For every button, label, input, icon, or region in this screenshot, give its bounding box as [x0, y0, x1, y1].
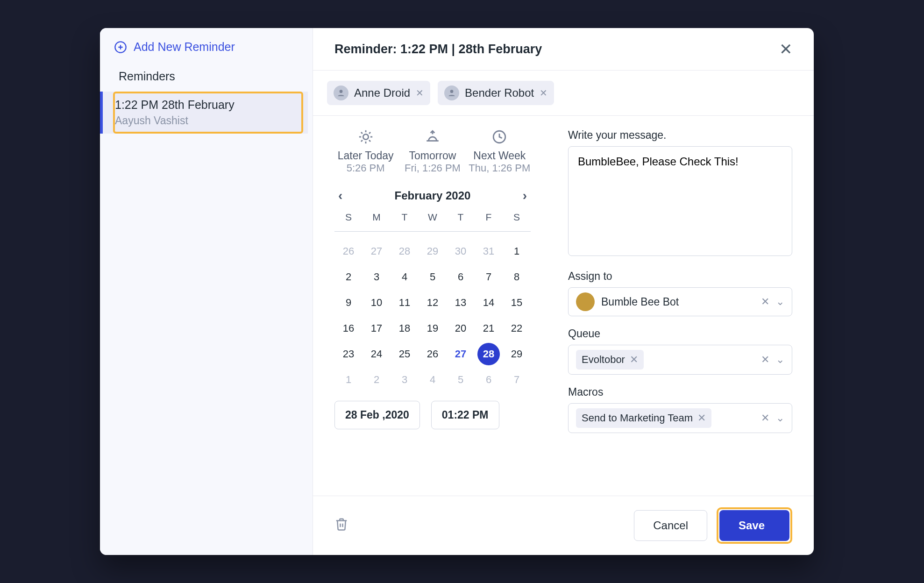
quick-sub: 5:26 PM [334, 162, 397, 174]
quick-label: Next Week [469, 149, 531, 162]
calendar-day[interactable]: 22 [503, 315, 531, 341]
delete-button[interactable] [334, 517, 348, 534]
assign-select[interactable]: Bumble Bee Bot ✕ ⌄ [568, 287, 792, 316]
calendar-week: 1234567 [334, 367, 531, 392]
calendar-day[interactable]: 26 [334, 238, 362, 264]
sidebar: Add New Reminder Reminders 1:22 PM 28th … [100, 28, 313, 555]
calendar-day[interactable]: 2 [334, 264, 362, 290]
dow-cell: F [475, 212, 503, 223]
calendar-day[interactable]: 6 [475, 367, 503, 392]
calendar-day[interactable]: 1 [503, 238, 531, 264]
calendar-grid: 2627282930311234567891011121314151617181… [334, 238, 531, 392]
reminder-item-title: 1:22 PM 28th February [115, 98, 299, 112]
calendar-month-label: February 2020 [395, 189, 471, 202]
footer-actions: Cancel Save [634, 507, 792, 544]
avatar-icon [334, 85, 348, 100]
chevron-down-icon[interactable]: ⌄ [776, 354, 784, 366]
add-reminder-button[interactable]: Add New Reminder [100, 28, 313, 70]
calendar-day[interactable]: 1 [334, 367, 362, 392]
calendar-day[interactable]: 30 [447, 238, 475, 264]
participant-chip[interactable]: Anne Droid ✕ [327, 81, 430, 105]
time-input[interactable]: 01:22 PM [431, 401, 499, 429]
calendar-day[interactable]: 2 [362, 367, 391, 392]
dow-cell: T [447, 212, 475, 223]
clear-icon[interactable]: ✕ [761, 354, 769, 366]
macros-tag[interactable]: Send to Marketing Team ✕ [576, 408, 711, 428]
calendar-day[interactable]: 15 [503, 290, 531, 315]
calendar-day[interactable]: 18 [391, 315, 419, 341]
calendar-day[interactable]: 27 [362, 238, 391, 264]
dow-cell: M [362, 212, 391, 223]
quick-next-week[interactable]: Next Week Thu, 1:26 PM [469, 129, 531, 174]
tag-remove-icon[interactable]: ✕ [697, 412, 706, 424]
calendar-day[interactable]: 19 [419, 315, 447, 341]
calendar-day[interactable]: 12 [419, 290, 447, 315]
calendar-day[interactable]: 3 [362, 264, 391, 290]
calendar-day[interactable]: 21 [475, 315, 503, 341]
tag-remove-icon[interactable]: ✕ [630, 354, 638, 366]
calendar-day[interactable]: 13 [447, 290, 475, 315]
svg-point-3 [340, 90, 343, 93]
calendar-day[interactable]: 20 [447, 315, 475, 341]
calendar-day[interactable]: 26 [419, 341, 447, 367]
macros-select[interactable]: Send to Marketing Team ✕ ✕ ⌄ [568, 403, 792, 433]
calendar-day[interactable]: 5 [419, 264, 447, 290]
chevron-down-icon[interactable]: ⌄ [776, 412, 784, 424]
calendar-day[interactable]: 11 [391, 290, 419, 315]
save-highlight: Save [717, 507, 792, 544]
date-input[interactable]: 28 Feb ,2020 [334, 401, 420, 429]
calendar-week: 23242526272829 [334, 341, 531, 367]
calendar-next-button[interactable]: › [523, 188, 527, 203]
close-button[interactable]: ✕ [779, 41, 792, 57]
quick-tomorrow[interactable]: Tomorrow Fri, 1:26 PM [401, 129, 463, 174]
message-label: Write your message. [568, 129, 792, 142]
calendar-day[interactable]: 23 [334, 341, 362, 367]
calendar-day[interactable]: 16 [334, 315, 362, 341]
schedule-column: Later Today 5:26 PM Tomorrow Fri, 1:26 P… [334, 129, 531, 491]
calendar-day[interactable]: 17 [362, 315, 391, 341]
cancel-button[interactable]: Cancel [634, 510, 707, 541]
reminder-list-item[interactable]: 1:22 PM 28th February Aayush Vashist [100, 92, 308, 134]
chip-remove-icon[interactable]: ✕ [540, 87, 547, 99]
chevron-down-icon[interactable]: ⌄ [776, 296, 784, 308]
calendar-day[interactable]: 27 [447, 341, 475, 367]
calendar-day[interactable]: 29 [503, 341, 531, 367]
save-button[interactable]: Save [719, 510, 789, 541]
chip-remove-icon[interactable]: ✕ [416, 87, 424, 99]
clear-icon[interactable]: ✕ [761, 296, 769, 308]
queue-tag[interactable]: Evoltobor ✕ [576, 350, 644, 370]
calendar-day[interactable]: 4 [419, 367, 447, 392]
quick-later-today[interactable]: Later Today 5:26 PM [334, 129, 397, 174]
macros-label: Macros [568, 386, 792, 398]
svg-line-11 [369, 140, 370, 142]
calendar-day[interactable]: 25 [391, 341, 419, 367]
calendar-day[interactable]: 29 [419, 238, 447, 264]
calendar-day[interactable]: 31 [475, 238, 503, 264]
main-panel: Reminder: 1:22 PM | 28th February ✕ Anne… [313, 28, 814, 555]
calendar-day[interactable]: 14 [475, 290, 503, 315]
participant-chip[interactable]: Bender Robot ✕ [438, 81, 554, 105]
calendar-day[interactable]: 3 [391, 367, 419, 392]
calendar-day[interactable]: 4 [391, 264, 419, 290]
modal-header: Reminder: 1:22 PM | 28th February ✕ [313, 28, 814, 71]
calendar-day[interactable]: 8 [503, 264, 531, 290]
calendar-day[interactable]: 6 [447, 264, 475, 290]
calendar-day[interactable]: 5 [447, 367, 475, 392]
svg-point-4 [450, 90, 454, 93]
calendar-day[interactable]: 28 [477, 343, 500, 365]
modal-footer: Cancel Save [313, 496, 814, 555]
calendar-day[interactable]: 7 [503, 367, 531, 392]
avatar-icon [576, 292, 595, 311]
calendar-week: 16171819202122 [334, 315, 531, 341]
calendar-day[interactable]: 7 [475, 264, 503, 290]
calendar-prev-button[interactable]: ‹ [338, 188, 342, 203]
calendar-day[interactable]: 24 [362, 341, 391, 367]
calendar-week: 9101112131415 [334, 290, 531, 315]
queue-select[interactable]: Evoltobor ✕ ✕ ⌄ [568, 345, 792, 375]
clear-icon[interactable]: ✕ [761, 412, 769, 424]
calendar-day[interactable]: 9 [334, 290, 362, 315]
calendar-day[interactable]: 10 [362, 290, 391, 315]
calendar-day[interactable]: 28 [391, 238, 419, 264]
quick-label: Tomorrow [401, 149, 463, 162]
message-textarea[interactable] [568, 146, 792, 256]
